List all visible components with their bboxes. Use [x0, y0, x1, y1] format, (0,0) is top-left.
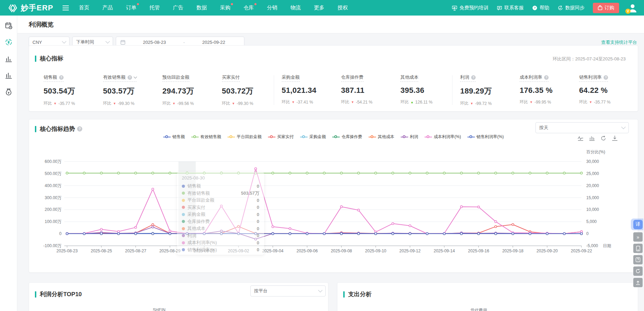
nav-item-更多[interactable]: 更多 [314, 4, 324, 11]
metric-label[interactable]: 销售利润率? [579, 74, 608, 82]
nav-item-物流[interactable]: 物流 [290, 4, 301, 11]
metric-label[interactable]: 利润? [460, 74, 476, 82]
tooltip-row: 买家实付0 [182, 204, 259, 211]
tooltip-row: 有效销售额503.57万 [182, 190, 259, 197]
menu-toggle-icon[interactable] [62, 5, 69, 11]
metric-label[interactable]: 销售额? [44, 74, 64, 82]
tooltip-row: 采购金额0 [182, 211, 259, 218]
collapse-button[interactable]: » [633, 232, 643, 242]
svg-text:5,000: 5,000 [586, 219, 597, 224]
vip-badge: V [625, 9, 631, 14]
nav-item-采购[interactable]: 采购 [220, 4, 230, 11]
trend-down-icon: ▼ [113, 102, 116, 105]
bar-chart2-icon[interactable] [5, 71, 12, 79]
accent-bar [35, 291, 36, 298]
profit-top10-title: 利润分析TOP10 [40, 290, 82, 298]
header-action-帮助[interactable]: ?帮助 [532, 5, 549, 11]
calendar-report-icon[interactable] [5, 22, 12, 29]
series-color-dot [182, 192, 185, 195]
platform-select[interactable]: 按平台 [250, 285, 326, 297]
svg-text:2025-09-12: 2025-09-12 [399, 249, 421, 253]
header-action-联系客服[interactable]: 联系客服 [497, 5, 524, 11]
header-action-label: 免费预约培训 [459, 5, 488, 11]
help-icon[interactable]: ? [604, 75, 608, 80]
help-icon[interactable]: ? [544, 75, 549, 80]
nav-item-产品[interactable]: 产品 [102, 4, 113, 11]
metric-compare: 环比▼-37.41 % [282, 99, 334, 105]
tooltip-row: 成本利润率(%)0 [182, 239, 259, 246]
metric-compare: 环比▼-99.56 % [162, 100, 214, 106]
expense-title: 支出分析 [348, 290, 372, 298]
nav-item-广告[interactable]: 广告 [173, 4, 183, 11]
metric-利润: 利润?189.29万环比▼-99.72 % [452, 74, 512, 106]
app-logo[interactable]: 妙手ERP [0, 3, 62, 13]
metrics-row: 销售额?503.54万环比▼-35.77 %有效销售额?503.57万环比▼-9… [36, 74, 631, 106]
series-line-成本利润率(%) [67, 169, 581, 234]
back-to-top-button[interactable] [633, 278, 643, 287]
nav-item-授权[interactable]: 授权 [337, 4, 348, 11]
metric-label[interactable]: 有效销售额? [103, 74, 137, 82]
series-color-dot [182, 241, 185, 244]
tooltip-row: 销售利润率(%)0 [182, 246, 259, 254]
chart-tooltip: 2025-08-30 销售额0有效销售额503.57万平台回款金额0买家实付0采… [177, 172, 264, 255]
bar-chart-icon[interactable] [5, 55, 12, 62]
nav-item-托管[interactable]: 托管 [149, 4, 160, 11]
svg-text:日期: 日期 [603, 243, 611, 248]
metric-label[interactable]: 其他成本 [400, 74, 418, 82]
trend-down-icon: ▼ [589, 100, 592, 104]
help-icon[interactable]: ? [59, 75, 64, 80]
nav-item-首页[interactable]: 首页 [79, 4, 89, 11]
metric-compare: 环比▼-35.77 % [579, 99, 631, 105]
nav-item-数据[interactable]: 数据 [196, 4, 207, 11]
svg-text:25,000: 25,000 [586, 171, 599, 176]
date-end-input[interactable]: 2025-09-22 [188, 40, 240, 45]
header-action-免费预约培训[interactable]: 免费预约培训 [452, 5, 488, 11]
nav-item-仓库[interactable]: 仓库 [243, 4, 254, 11]
help-icon[interactable]: ? [128, 75, 132, 80]
metric-label[interactable]: 买家实付 [222, 74, 240, 82]
date-start-input[interactable]: 2025-08-23 [128, 40, 180, 45]
order-button[interactable]: 订购 [593, 3, 619, 13]
series-line-买家实付 [67, 225, 581, 234]
order-button-label: 订购 [605, 5, 614, 11]
series-color-dot [182, 185, 185, 188]
svg-text:2025-09-20: 2025-09-20 [536, 249, 558, 253]
notification-dot [137, 3, 139, 5]
accent-bar [343, 291, 345, 298]
svg-text:100.00万: 100.00万 [45, 219, 62, 224]
supported-platforms-link[interactable]: 查看支持统计平台 [601, 39, 637, 46]
sync-icon [558, 5, 563, 11]
translate-button[interactable]: 译 [631, 218, 643, 230]
metric-买家实付: 买家实付503.72万环比▼-99.30 % [214, 74, 274, 106]
metric-label[interactable]: 成本利润率? [520, 74, 549, 82]
reload-button[interactable] [633, 266, 643, 276]
series-color-dot [182, 220, 185, 223]
tooltip-row: 仓库操作费0 [182, 218, 259, 225]
manual-button[interactable] [633, 255, 643, 264]
shopping-bag-icon [598, 5, 603, 10]
nav-item-订单[interactable]: 订单 [126, 4, 136, 11]
svg-text:?: ? [534, 6, 536, 10]
compare-range-label: 环比区间：2025-07-24至2025-08-23 [553, 56, 626, 62]
date-separator: - [183, 40, 185, 45]
mobile-app-button[interactable] [633, 244, 643, 253]
metric-label[interactable]: 采购金额 [282, 74, 300, 82]
currency-sync-icon[interactable] [5, 38, 12, 46]
help-icon[interactable]: ? [471, 75, 476, 80]
trend-down-icon: ▼ [54, 102, 57, 105]
svg-text:30,000: 30,000 [586, 159, 599, 164]
chevron-down-icon[interactable] [133, 75, 137, 79]
metric-label[interactable]: 预估回款金额 [162, 74, 189, 82]
logo-diamond-icon [8, 3, 18, 13]
brand-name: 妙手ERP [21, 3, 53, 13]
finance-bag-icon[interactable] [5, 88, 12, 96]
svg-text:200.00万: 200.00万 [45, 207, 62, 212]
header-action-数据同步[interactable]: 数据同步 [558, 5, 585, 11]
metric-compare: 环比▼-35.77 % [44, 100, 95, 106]
metric-label[interactable]: 仓库操作费 [341, 74, 364, 82]
nav-item-分销[interactable]: 分销 [267, 4, 277, 11]
user-avatar[interactable]: V [627, 3, 638, 13]
metric-value: 503.54万 [44, 86, 95, 96]
core-metrics-card: 核心指标 环比区间：2025-07-24至2025-08-23 销售额?503.… [29, 45, 638, 111]
trend-chart[interactable]: 600.00万30,000500.00万25,000400.00万20,0003… [29, 119, 638, 273]
